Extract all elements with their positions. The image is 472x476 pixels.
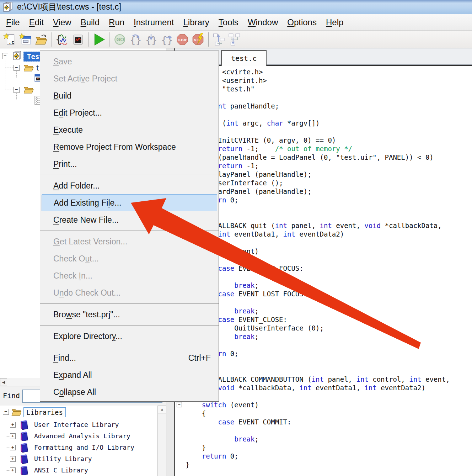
toolbar-separator (208, 32, 209, 47)
tree-expand-toggle[interactable]: − (2, 53, 8, 59)
new-uir-file-icon[interactable] (18, 32, 33, 47)
menubar-item-file[interactable]: File (1, 16, 25, 28)
library-book-icon (19, 465, 28, 476)
svg-text:GO: GO (117, 37, 124, 42)
menubar-item-instrument[interactable]: Instrument (129, 16, 178, 28)
tree-expand-toggle[interactable]: − (3, 409, 9, 415)
menu-item-add-existing-file[interactable]: Add Existing File... (42, 194, 217, 211)
menu-item-add-folder[interactable]: Add Folder... (40, 177, 219, 194)
menu-item-build[interactable]: Build (40, 87, 219, 104)
menu-item-browse-test-prj[interactable]: Browse "test.prj"... (40, 306, 219, 323)
menu-item-check-in[interactable]: Check In... (40, 267, 219, 284)
project-context-menu: SaveSet Active ProjectBuildEdit Project.… (40, 51, 219, 402)
run-icon[interactable] (91, 32, 106, 47)
menubar-item-options[interactable]: Options (283, 16, 321, 28)
menu-bar: FileEditViewBuildRunInstrumentLibraryToo… (0, 14, 472, 31)
tree-expand-toggle[interactable]: + (10, 422, 16, 428)
menu-item-undo-check-out[interactable]: Undo Check Out... (40, 284, 219, 301)
continue-go-icon[interactable]: GO (112, 32, 127, 47)
step-into-icon[interactable]: {} (144, 32, 159, 47)
library-book-icon (19, 443, 28, 454)
debug-output-icon[interactable] (70, 32, 85, 47)
svg-text:STOP: STOP (178, 38, 187, 42)
library-tree-item[interactable]: Formatting and I/O Library (34, 444, 134, 451)
library-tree-item[interactable]: Advanced Analysis Library (34, 432, 130, 440)
menu-item-set-active-project[interactable]: Set Active Project (40, 70, 219, 87)
scroll-left-arrow-icon[interactable]: ◀ (0, 378, 7, 386)
folder-icon (23, 63, 34, 73)
menu-item-print[interactable]: Print... (40, 155, 219, 173)
menubar-item-run[interactable]: Run (104, 16, 129, 28)
menu-separator (40, 347, 219, 347)
libraries-root-item[interactable]: Libraries (23, 407, 66, 417)
menubar-item-library[interactable]: Library (178, 16, 214, 28)
find-label: Find (3, 391, 20, 400)
menubar-item-build[interactable]: Build (76, 16, 104, 28)
tree-expand-toggle[interactable]: − (14, 87, 20, 93)
library-book-icon (19, 431, 28, 443)
menubar-item-window[interactable]: Window (243, 16, 283, 28)
svg-text:{}: {} (161, 34, 173, 45)
toolbar-separator (109, 32, 109, 47)
tree-expand-toggle[interactable]: + (10, 445, 16, 450)
libraries-tree-panel[interactable]: −Libraries+User Interface Library+Advanc… (0, 406, 157, 476)
step-over-icon[interactable]: {} (128, 32, 143, 47)
tab-test-c[interactable]: test.c (221, 50, 267, 66)
libraries-vscrollbar[interactable]: ▲ (157, 406, 166, 476)
menu-item-create-new-file[interactable]: Create New File... (40, 211, 219, 228)
menu-item-edit-project[interactable]: Edit Project... (40, 104, 219, 121)
function-tree-icon[interactable]: { (55, 32, 70, 47)
code-text: #include <cvirte.h> #include <userint.h>… (175, 66, 472, 469)
editor-tab-row: test.c (175, 48, 472, 66)
menu-separator (40, 303, 219, 304)
svg-text:{}: {} (130, 34, 141, 45)
library-tree-item[interactable]: Utility Library (34, 455, 92, 462)
folder-icon (23, 85, 34, 95)
scroll-up-arrow-icon[interactable]: ▲ (158, 406, 166, 413)
menubar-item-tools[interactable]: Tools (214, 16, 243, 28)
break-execution-icon[interactable]: ST (191, 32, 205, 47)
tree-expand-toggle[interactable]: + (10, 456, 16, 462)
menu-separator (40, 175, 219, 175)
stop-icon[interactable]: STOP (175, 32, 190, 47)
library-book-icon (19, 454, 28, 465)
app-icon (2, 1, 14, 13)
tree-expand-toggle[interactable]: − (14, 65, 20, 71)
tree-expand-toggle[interactable]: + (10, 433, 16, 439)
workspace-icon (12, 51, 22, 62)
code-area[interactable]: #include <cvirte.h> #include <userint.h>… (175, 66, 472, 476)
menu-item-collapse-all[interactable]: Collapse All (40, 384, 219, 401)
toolbar: .c{GO{}{}{}STOPST (0, 31, 472, 48)
open-file-icon[interactable] (34, 32, 49, 47)
menu-separator (40, 325, 219, 326)
new-source-file-icon[interactable]: .c (2, 32, 17, 47)
library-book-icon (19, 420, 28, 431)
svg-text:ST: ST (194, 38, 198, 42)
find-ui-down-icon[interactable] (227, 32, 242, 47)
library-tree-item[interactable]: ANSI C Library (34, 466, 88, 474)
menu-shortcut: Ctrl+F (188, 353, 211, 363)
menu-item-execute[interactable]: Execute (40, 121, 219, 138)
title-bar: e:\CVI项目\test.cws - [test.c] (0, 0, 472, 14)
menu-item-get-latest-version[interactable]: Get Latest Version... (40, 233, 219, 250)
menubar-item-help[interactable]: Help (321, 16, 348, 28)
folder-icon (11, 407, 22, 418)
menu-separator (40, 231, 219, 231)
step-out-icon[interactable]: {} (159, 32, 174, 47)
code-fold-marker-icon[interactable]: − (177, 402, 182, 407)
menu-item-expand-all[interactable]: Expand All (40, 366, 219, 384)
tree-expand-toggle[interactable]: + (10, 467, 16, 473)
menu-item-explore-directory[interactable]: Explore Directory... (40, 328, 219, 345)
menubar-item-view[interactable]: View (48, 16, 76, 28)
toolbar-separator (88, 32, 88, 47)
menu-item-remove-project-from-workspace[interactable]: Remove Project From Workspace (40, 138, 219, 155)
menu-item-save[interactable]: Save (40, 53, 219, 70)
library-tree-item[interactable]: User Interface Library (34, 421, 119, 428)
find-ui-up-icon[interactable] (211, 32, 226, 47)
toolbar-separator (52, 32, 52, 47)
svg-text:.c: .c (9, 39, 15, 44)
menu-item-find[interactable]: Find...Ctrl+F (40, 349, 219, 366)
menubar-item-edit[interactable]: Edit (25, 16, 48, 28)
window-title: e:\CVI项目\test.cws - [test.c] (17, 1, 121, 12)
menu-item-check-out[interactable]: Check Out... (40, 250, 219, 267)
